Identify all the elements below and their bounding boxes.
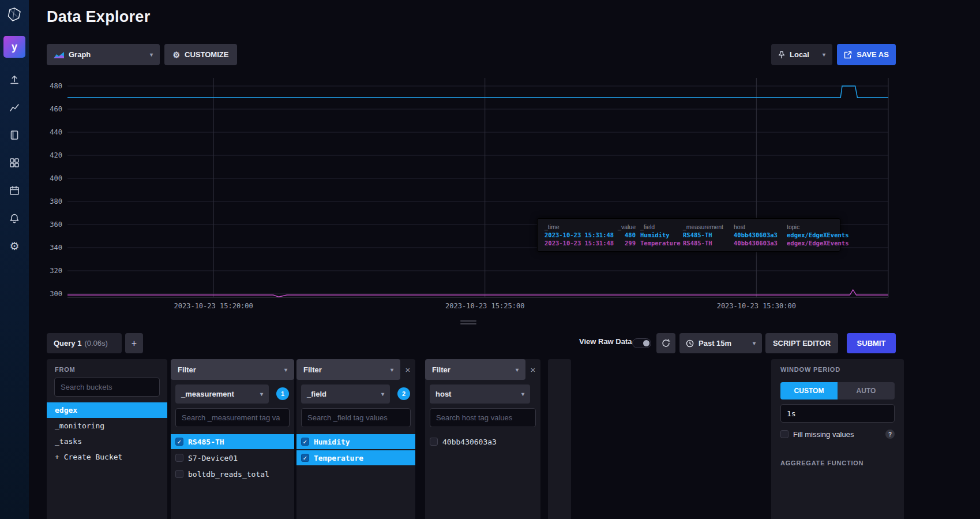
chevron-down-icon: ▾ [516, 367, 519, 373]
sidebar-item-notebooks[interactable] [0, 121, 29, 149]
view-raw-data-toggle[interactable] [632, 338, 651, 348]
custom-mode-button[interactable]: CUSTOM [780, 382, 838, 399]
chevron-down-icon: ▾ [391, 367, 393, 373]
tooltip-cell-field: Humidity [640, 232, 678, 238]
window-period-title: WINDOW PERIOD [771, 359, 904, 378]
filter-card-field: Filter ▾ × _field ▾ 2 ✓ Humidity ✓ Tempe… [296, 359, 415, 519]
area-chart-icon [54, 51, 64, 58]
host-search-input[interactable] [430, 408, 536, 427]
tag-key-dropdown-host[interactable]: host ▾ [430, 384, 530, 404]
sidebar-nav: ⚙ [0, 66, 29, 260]
filter-card-measurement: Filter ▾ _measurement ▾ 1 ✓ RS485-TH S7-… [171, 359, 294, 519]
timezone-label: Local [790, 50, 809, 59]
tag-key-label: _field [307, 390, 326, 398]
tag-value-s7-device01[interactable]: S7-Device01 [171, 450, 294, 465]
sidebar-item-tasks[interactable] [0, 177, 29, 204]
timezone-dropdown[interactable]: Local ▾ [771, 44, 832, 65]
filter-card-host: Filter ▾ × host ▾ 40bb430603a3 [425, 359, 540, 519]
influxdb-cube-icon [7, 7, 22, 22]
svg-text:2023-10-23 15:30:00: 2023-10-23 15:30:00 [717, 302, 796, 310]
tag-value-humidity[interactable]: ✓ Humidity [296, 434, 415, 449]
measurement-search-input[interactable] [175, 408, 290, 427]
svg-text:340: 340 [50, 244, 62, 252]
visualization-type-dropdown[interactable]: Graph ▾ [47, 44, 160, 65]
remove-filter-icon[interactable]: × [400, 365, 415, 375]
user-avatar[interactable]: y [3, 36, 25, 58]
bucket-label: _monitoring [55, 421, 104, 430]
tag-value-label: 40bb430603a3 [442, 438, 497, 446]
help-icon[interactable]: ? [885, 430, 895, 439]
graph-icon [9, 102, 20, 113]
query-tab[interactable]: Query 1 (0.06s) [47, 333, 122, 353]
tooltip-cell-time: 2023-10-23 15:31:48 [545, 232, 610, 238]
chart-canvas: 4804604404204003803603403203002023-10-23… [47, 73, 890, 320]
chevron-down-icon: ▾ [753, 340, 756, 346]
bucket-item-tasks[interactable]: _tasks [47, 434, 167, 449]
filter-type-dropdown[interactable]: Filter ▾ [296, 359, 400, 380]
add-query-button[interactable]: + [125, 333, 143, 353]
sidebar-item-dashboards[interactable] [0, 149, 29, 177]
tag-value-boltdb-reads-total[interactable]: boltdb_reads_total [171, 466, 294, 481]
tooltip-cell-topic: edgex/EdgeXEvents [787, 232, 848, 238]
sidebar-item-upload[interactable] [0, 66, 29, 94]
from-bucket-panel: FROM edgex _monitoring _tasks + Create B… [47, 359, 167, 519]
svg-text:400: 400 [50, 174, 62, 182]
tag-value-temperature[interactable]: ✓ Temperature [296, 450, 415, 465]
bucket-item-edgex[interactable]: edgex [47, 402, 167, 418]
time-range-dropdown[interactable]: Past 15m ▾ [679, 333, 762, 353]
tag-value-rs485-th[interactable]: ✓ RS485-TH [171, 434, 294, 449]
fill-missing-values-row: Fill missing values ? [780, 430, 895, 439]
fill-missing-label: Fill missing values [793, 430, 854, 439]
checkbox-icon [175, 454, 183, 462]
filter-card-overflow [548, 359, 571, 519]
clock-icon [686, 339, 694, 348]
save-as-button[interactable]: SAVE AS [837, 44, 896, 65]
tag-value-40bb430603a3[interactable]: 40bb430603a3 [425, 434, 540, 449]
sidebar-item-data-explorer[interactable] [0, 94, 29, 121]
filter-type-label: Filter [178, 365, 196, 374]
svg-text:320: 320 [50, 267, 62, 275]
fill-missing-checkbox[interactable] [780, 430, 788, 438]
checkbox-checked-icon: ✓ [301, 438, 309, 446]
svg-text:2023-10-23 15:20:00: 2023-10-23 15:20:00 [174, 302, 253, 310]
time-range-label: Past 15m [699, 339, 731, 348]
svg-text:440: 440 [50, 128, 62, 136]
refresh-button[interactable] [656, 333, 675, 353]
gear-icon: ⚙ [9, 241, 19, 252]
bucket-search-input[interactable] [54, 378, 160, 397]
window-period-panel: WINDOW PERIOD CUSTOM AUTO Fill missing v… [771, 359, 904, 519]
customize-label: CUSTOMIZE [185, 50, 228, 59]
tooltip-cell-measurement: RS485-TH [683, 232, 729, 238]
plus-icon: + [132, 338, 137, 349]
tag-key-label: host [435, 390, 451, 398]
tooltip-header: topic [787, 223, 848, 230]
app-sidebar: y [0, 0, 29, 519]
field-search-input[interactable] [301, 408, 411, 427]
submit-button[interactable]: SUBMIT [847, 333, 896, 353]
checkbox-checked-icon: ✓ [301, 454, 309, 462]
window-period-input[interactable] [780, 404, 895, 423]
chevron-down-icon: ▾ [284, 367, 287, 373]
panel-resize-handle[interactable] [460, 320, 476, 326]
customize-button[interactable]: ⚙ CUSTOMIZE [164, 44, 237, 65]
tag-key-dropdown-measurement[interactable]: _measurement ▾ [175, 384, 269, 404]
view-raw-data-label: View Raw Data [579, 337, 632, 346]
sidebar-item-alerts[interactable] [0, 204, 29, 232]
tooltip-cell-field: Temperature [640, 240, 678, 247]
create-bucket-button[interactable]: + Create Bucket [47, 449, 167, 465]
create-bucket-label: + Create Bucket [55, 453, 122, 461]
filter-type-label: Filter [303, 365, 322, 374]
tooltip-cell-host: 40bb430603a3 [734, 240, 782, 247]
filter-type-dropdown[interactable]: Filter ▾ [425, 359, 525, 380]
influxdb-logo[interactable] [0, 0, 29, 29]
script-editor-button[interactable]: SCRIPT EDITOR [765, 333, 838, 353]
tag-key-dropdown-field[interactable]: _field ▾ [301, 384, 390, 404]
auto-mode-button[interactable]: AUTO [838, 382, 895, 399]
remove-filter-icon[interactable]: × [525, 365, 540, 375]
script-editor-label: SCRIPT EDITOR [773, 339, 831, 348]
tooltip-cell-value: 480 [615, 232, 636, 238]
sidebar-item-settings[interactable]: ⚙ [0, 232, 29, 260]
bucket-item-monitoring[interactable]: _monitoring [47, 418, 167, 434]
filter-type-dropdown[interactable]: Filter ▾ [171, 359, 294, 380]
time-series-chart[interactable]: 4804604404204003803603403203002023-10-23… [47, 73, 890, 320]
